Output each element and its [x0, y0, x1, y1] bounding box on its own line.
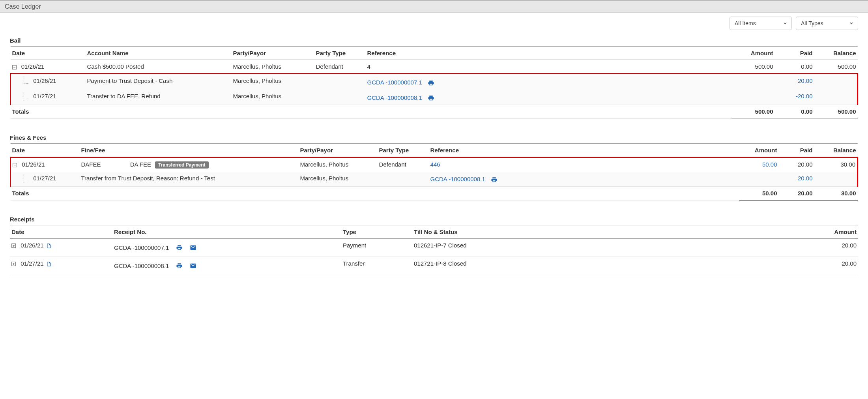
cell-amount [739, 172, 779, 186]
fines-row[interactable]: 01/26/21 DAFEE DA FEE Transferred Paymen… [11, 157, 858, 172]
expand-icon[interactable] [11, 244, 16, 248]
cell-amount: 20.00 [815, 238, 858, 257]
col-amount: Amount [815, 225, 858, 238]
bail-sub-row[interactable]: 01/27/21 Transfer to DA FEE, Refund Marc… [11, 90, 858, 105]
chevron-down-icon [783, 21, 788, 26]
print-icon[interactable] [428, 95, 434, 101]
col-party: Party/Payor [232, 47, 314, 60]
fines-header-row: Date Fine/Fee Party/Payor Party Type Ref… [11, 144, 858, 157]
cell-reference: 4 [366, 60, 731, 74]
col-paid: Paid [775, 47, 814, 60]
cell-date: 01/26/21 [33, 77, 56, 84]
amount-link[interactable]: 50.00 [762, 161, 777, 168]
paid-link[interactable]: -20.00 [796, 93, 813, 99]
cell-party: Marcellus, Pholtus [232, 60, 314, 74]
cell-till: 012621-IP-7 Closed [412, 238, 815, 257]
reference-link[interactable]: GCDA -100000007.1 [367, 79, 422, 86]
paid-link[interactable]: 20.00 [798, 77, 813, 84]
cell-receipt-no: GCDA -100000008.1 [114, 262, 169, 269]
cell-balance: 500.00 [814, 60, 858, 74]
reference-link[interactable]: 446 [430, 161, 440, 168]
cell-type: Transfer [341, 257, 412, 275]
cell-party-type [378, 172, 429, 186]
totals-paid: 20.00 [779, 186, 814, 200]
paid-link[interactable]: 20.00 [798, 175, 813, 182]
document-icon[interactable] [46, 243, 52, 249]
tree-branch-icon [24, 92, 28, 99]
col-till: Till No & Status [412, 225, 815, 238]
col-balance: Balance [814, 144, 858, 157]
mail-icon[interactable] [190, 262, 196, 269]
col-balance: Balance [814, 47, 858, 60]
bail-header-row: Date Account Name Party/Payor Party Type… [11, 47, 858, 60]
bail-row[interactable]: 01/26/21 Cash $500.00 Posted Marcellus, … [11, 60, 858, 74]
cell-party-type: Defendant [314, 60, 366, 74]
cell-party: Marcellus, Pholtus [232, 90, 314, 105]
col-account: Account Name [86, 47, 232, 60]
panel-title: Case Ledger [5, 3, 41, 10]
collapse-icon[interactable] [13, 163, 17, 167]
cell-account: Cash $500.00 Posted [86, 60, 232, 74]
print-icon[interactable] [176, 262, 183, 269]
cell-balance [814, 74, 858, 90]
bail-sub-row[interactable]: 01/26/21 Payment to Trust Deposit - Cash… [11, 74, 858, 90]
expand-icon[interactable] [11, 262, 16, 266]
collapse-icon[interactable] [12, 65, 17, 69]
totals-balance: 30.00 [814, 186, 858, 200]
cell-date: 01/26/21 [22, 161, 45, 168]
cell-account: Payment to Trust Deposit - Cash [86, 74, 232, 90]
fines-table: Date Fine/Fee Party/Payor Party Type Ref… [10, 143, 858, 201]
bail-totals-row: Totals 500.00 0.00 500.00 [11, 105, 858, 119]
cell-balance [814, 90, 858, 105]
cell-till: 012721-IP-8 Closed [412, 257, 815, 275]
cell-date: 01/27/21 [21, 260, 43, 267]
col-party-type: Party Type [314, 47, 366, 60]
cell-date: 01/26/21 [21, 242, 43, 249]
panel-header: Case Ledger [0, 0, 868, 13]
print-icon[interactable] [176, 244, 183, 251]
cell-date: 01/27/21 [33, 175, 56, 182]
document-icon[interactable] [46, 261, 52, 267]
tree-branch-icon [24, 174, 28, 181]
cell-paid: 20.00 [779, 157, 814, 172]
fines-section-title: Fines & Fees [10, 134, 858, 141]
cell-date: 01/26/21 [21, 63, 44, 70]
filter-items-select[interactable]: All Items [730, 17, 792, 30]
reference-link[interactable]: GCDA -100000008.1 [367, 94, 422, 101]
print-icon[interactable] [491, 176, 498, 183]
col-reference: Reference [429, 144, 739, 157]
cell-balance: 30.00 [814, 157, 858, 172]
mail-icon[interactable] [190, 244, 196, 251]
print-icon[interactable] [428, 80, 434, 86]
filter-bar: All Items All Types [10, 17, 858, 30]
receipts-row[interactable]: 01/27/21 GCDA -100000008.1 [10, 257, 858, 275]
totals-balance: 500.00 [814, 105, 858, 119]
reference-link[interactable]: GCDA -100000008.1 [430, 176, 485, 182]
col-amount: Amount [739, 144, 779, 157]
cell-fee-desc: DA FEE [130, 161, 151, 168]
filter-types-label: All Types [801, 20, 823, 26]
col-type: Type [341, 225, 412, 238]
cell-amount [731, 74, 775, 90]
totals-label: Totals [11, 105, 86, 119]
cell-type: Payment [341, 238, 412, 257]
filter-types-select[interactable]: All Types [796, 17, 858, 30]
cell-party: Marcellus, Pholtus [299, 172, 378, 186]
cell-party: Marcellus, Pholtus [299, 157, 378, 172]
cell-account: Transfer to DA FEE, Refund [86, 90, 232, 105]
transferred-payment-badge: Transferred Payment [155, 161, 208, 169]
cell-party: Marcellus, Pholtus [232, 74, 314, 90]
receipts-table: Date Receipt No. Type Till No & Status A… [10, 225, 858, 275]
fines-sub-row[interactable]: 01/27/21 Transfer from Trust Deposit, Re… [11, 172, 858, 186]
cell-balance [814, 172, 858, 186]
receipts-header-row: Date Receipt No. Type Till No & Status A… [10, 225, 858, 238]
content-area: All Items All Types Bail Date Account Na… [0, 13, 868, 283]
col-date: Date [10, 225, 112, 238]
receipts-row[interactable]: 01/26/21 GCDA -100000007.1 [10, 238, 858, 257]
col-party-type: Party Type [378, 144, 429, 157]
cell-receipt-no: GCDA -100000007.1 [114, 244, 169, 251]
col-paid: Paid [779, 144, 814, 157]
bail-table: Date Account Name Party/Payor Party Type… [10, 46, 858, 119]
totals-paid: 0.00 [775, 105, 814, 119]
col-party: Party/Payor [299, 144, 378, 157]
